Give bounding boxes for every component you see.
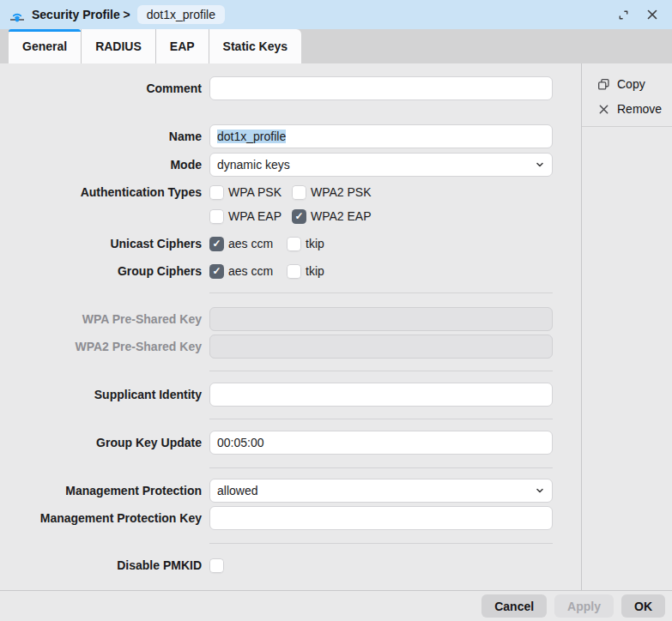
name-row: Name dot1x_profile xyxy=(0,124,581,148)
group-key-update-row: Group Key Update xyxy=(0,431,581,455)
checkbox-wpa-psk[interactable]: WPA PSK xyxy=(209,185,292,200)
unicast-ciphers-label: Unicast Ciphers xyxy=(0,237,209,250)
sidebar-divider xyxy=(582,126,672,127)
section-divider xyxy=(209,371,553,371)
selected-text: dot1x_profile xyxy=(217,130,286,143)
checkbox[interactable] xyxy=(209,264,224,279)
comment-row: Comment xyxy=(0,76,581,100)
general-form: Comment Name dot1x_profile Mode dynamic … xyxy=(0,63,581,590)
close-button[interactable] xyxy=(643,5,662,24)
management-protection-key-input[interactable] xyxy=(209,506,553,530)
disable-pmkid-label: Disable PMKID xyxy=(0,558,209,572)
checkbox-group-aes-ccm[interactable]: aes ccm xyxy=(209,264,287,279)
copy-icon xyxy=(596,77,610,91)
section-divider xyxy=(209,292,553,293)
section-divider xyxy=(209,543,553,544)
remove-button[interactable]: Remove xyxy=(582,99,672,119)
checkbox[interactable] xyxy=(209,558,224,573)
checkbox[interactable] xyxy=(209,185,224,200)
supplicant-identity-label: Supplicant Identity xyxy=(0,388,209,401)
mode-select[interactable]: dynamic keys xyxy=(209,153,553,177)
management-protection-label: Management Protection xyxy=(0,484,209,497)
chevron-down-icon xyxy=(535,485,545,496)
close-icon xyxy=(646,9,658,21)
checkbox[interactable] xyxy=(287,237,301,251)
maximize-button[interactable] xyxy=(614,5,633,24)
group-key-update-label: Group Key Update xyxy=(0,436,209,449)
checkbox-unicast-tkip[interactable]: tkip xyxy=(287,237,324,251)
management-protection-key-label: Management Protection Key xyxy=(0,511,209,525)
copy-label: Copy xyxy=(617,77,645,91)
name-label: Name xyxy=(0,130,209,143)
tab-general[interactable]: General xyxy=(9,29,82,63)
auth-types-row-2: WPA EAP WPA2 EAP xyxy=(0,208,581,224)
supplicant-identity-input[interactable] xyxy=(209,383,553,407)
checkbox-disable-pmkid[interactable] xyxy=(209,558,224,573)
group-ciphers-label: Group Ciphers xyxy=(0,264,209,278)
management-protection-value: allowed xyxy=(217,484,257,497)
mode-select-value: dynamic keys xyxy=(217,158,290,172)
title-bar: Security Profile > dot1x_profile xyxy=(0,0,672,29)
disable-pmkid-row: Disable PMKID xyxy=(0,558,581,573)
section-divider xyxy=(209,419,553,419)
wpa-pre-shared-key-row: WPA Pre-Shared Key xyxy=(0,307,581,331)
wpa2-pre-shared-key-row: WPA2 Pre-Shared Key xyxy=(0,335,581,359)
checkbox-wpa-eap[interactable]: WPA EAP xyxy=(209,209,292,224)
comment-label: Comment xyxy=(0,81,209,95)
checkbox[interactable] xyxy=(209,237,224,251)
comment-input[interactable] xyxy=(209,76,553,100)
auth-types-label: Authentication Types xyxy=(0,185,209,199)
tab-eap[interactable]: EAP xyxy=(156,29,209,63)
wireless-antenna-icon xyxy=(9,6,26,23)
profile-name-badge: dot1x_profile xyxy=(137,5,225,24)
group-key-update-input[interactable] xyxy=(209,431,553,455)
checkbox[interactable] xyxy=(292,185,306,200)
cancel-button[interactable]: Cancel xyxy=(481,594,547,618)
mode-row: Mode dynamic keys xyxy=(0,153,581,177)
checkbox[interactable] xyxy=(209,209,224,224)
dialog-body: Comment Name dot1x_profile Mode dynamic … xyxy=(0,63,672,590)
supplicant-identity-row: Supplicant Identity xyxy=(0,383,581,407)
management-protection-key-row: Management Protection Key xyxy=(0,506,581,530)
group-ciphers-row: Group Ciphers aes ccm tkip xyxy=(0,263,581,279)
footer-bar: Cancel Apply OK xyxy=(0,590,672,621)
section-divider xyxy=(209,467,553,468)
copy-button[interactable]: Copy xyxy=(582,74,672,94)
window-title: Security Profile > xyxy=(32,8,130,21)
wpa2-pre-shared-key-label: WPA2 Pre-Shared Key xyxy=(0,340,209,353)
wpa-pre-shared-key-input xyxy=(209,307,553,331)
security-profile-dialog: Security Profile > dot1x_profile General… xyxy=(0,0,672,621)
tab-static-keys[interactable]: Static Keys xyxy=(209,29,301,63)
remove-icon xyxy=(596,102,610,116)
checkbox[interactable] xyxy=(287,264,301,279)
checkbox-wpa2-eap[interactable]: WPA2 EAP xyxy=(292,209,372,224)
checkbox-group-tkip[interactable]: tkip xyxy=(287,264,324,279)
wpa2-pre-shared-key-input xyxy=(209,335,553,359)
ok-button[interactable]: OK xyxy=(621,594,665,618)
chevron-down-icon xyxy=(535,160,545,170)
actions-sidebar: Copy Remove xyxy=(581,63,672,590)
unicast-ciphers-row: Unicast Ciphers aes ccm tkip xyxy=(0,236,581,251)
mode-label: Mode xyxy=(0,158,209,172)
name-input[interactable]: dot1x_profile xyxy=(209,124,553,148)
checkbox[interactable] xyxy=(292,209,306,224)
apply-button: Apply xyxy=(554,594,614,618)
tab-bar: General RADIUS EAP Static Keys xyxy=(0,29,672,63)
checkbox-wpa2-psk[interactable]: WPA2 PSK xyxy=(292,185,372,200)
auth-types-row-1: Authentication Types WPA PSK WPA2 PSK xyxy=(0,184,581,200)
management-protection-select[interactable]: allowed xyxy=(209,479,553,503)
wpa-pre-shared-key-label: WPA Pre-Shared Key xyxy=(0,312,209,326)
remove-label: Remove xyxy=(617,102,662,116)
maximize-icon xyxy=(617,9,630,21)
tab-radius[interactable]: RADIUS xyxy=(82,29,156,63)
checkbox-unicast-aes-ccm[interactable]: aes ccm xyxy=(209,237,287,251)
management-protection-row: Management Protection allowed xyxy=(0,479,581,503)
